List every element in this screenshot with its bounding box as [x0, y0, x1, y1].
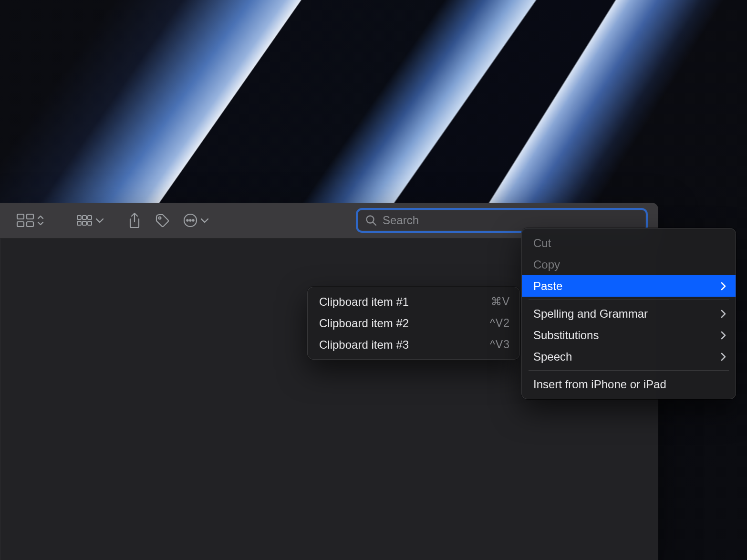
menu-item-label: Substitutions [533, 329, 714, 342]
menu-separator [529, 300, 729, 300]
menu-spelling[interactable]: Spelling and Grammar [522, 303, 736, 324]
menu-item-label: Paste [533, 280, 714, 293]
svg-point-12 [187, 219, 188, 221]
menu-item-label: Clipboard item #3 [319, 338, 483, 352]
chevron-right-icon [720, 331, 726, 340]
chevron-down-icon [95, 218, 104, 223]
svg-rect-9 [88, 221, 92, 225]
svg-rect-4 [77, 216, 81, 219]
chevron-down-icon [200, 218, 209, 223]
paste-submenu: Clipboard item #1 ⌘V Clipboard item #2 ^… [307, 287, 520, 360]
svg-rect-6 [88, 216, 92, 219]
svg-rect-2 [17, 222, 24, 227]
clipboard-item[interactable]: Clipboard item #2 ^V2 [308, 312, 519, 334]
more-button[interactable] [179, 210, 213, 230]
svg-rect-3 [27, 222, 33, 227]
updown-icon [37, 215, 44, 226]
menu-item-label: Clipboard item #2 [319, 317, 483, 330]
svg-rect-8 [83, 221, 86, 225]
menu-item-label: Cut [533, 237, 726, 250]
search-icon [365, 215, 377, 226]
menu-substitutions[interactable]: Substitutions [522, 324, 736, 346]
chevron-right-icon [720, 353, 726, 361]
svg-rect-1 [27, 214, 33, 219]
clipboard-item[interactable]: Clipboard item #1 ⌘V [308, 291, 519, 312]
ellipsis-circle-icon [183, 213, 197, 228]
tags-button[interactable] [151, 210, 174, 231]
menu-item-label: Insert from iPhone or iPad [533, 378, 726, 391]
svg-point-13 [189, 219, 191, 221]
svg-rect-0 [17, 214, 24, 219]
svg-point-14 [192, 219, 194, 221]
share-icon [128, 212, 141, 228]
grid-icon [16, 213, 34, 228]
menu-item-shortcut: ^V3 [490, 338, 510, 351]
view-icons-button[interactable] [12, 210, 48, 230]
menu-insert-from-device[interactable]: Insert from iPhone or iPad [522, 373, 736, 395]
menu-item-shortcut: ^V2 [490, 317, 510, 330]
svg-rect-5 [83, 216, 86, 219]
menu-item-label: Speech [533, 350, 714, 363]
menu-item-label: Copy [533, 258, 726, 271]
share-button[interactable] [124, 209, 145, 231]
clipboard-item[interactable]: Clipboard item #3 ^V3 [308, 334, 519, 355]
tag-icon [155, 213, 170, 228]
chevron-right-icon [720, 310, 726, 318]
menu-item-shortcut: ⌘V [491, 295, 510, 308]
menu-cut: Cut [522, 232, 736, 254]
svg-point-10 [159, 217, 161, 219]
menu-separator [529, 370, 729, 371]
chevron-right-icon [720, 282, 726, 290]
grid-small-icon [76, 215, 93, 226]
menu-item-label: Spelling and Grammar [533, 307, 714, 321]
desktop-wallpaper: Clipboard item #1 ⌘V Clipboard item #2 ^… [0, 0, 747, 560]
menu-paste[interactable]: Paste [522, 275, 736, 297]
menu-item-label: Clipboard item #1 [319, 295, 484, 309]
context-menu: Cut Copy Paste Spelling and Grammar Subs… [521, 228, 736, 399]
svg-rect-7 [77, 221, 81, 225]
menu-speech[interactable]: Speech [522, 346, 736, 367]
menu-copy: Copy [522, 254, 736, 275]
group-button[interactable] [73, 212, 108, 229]
